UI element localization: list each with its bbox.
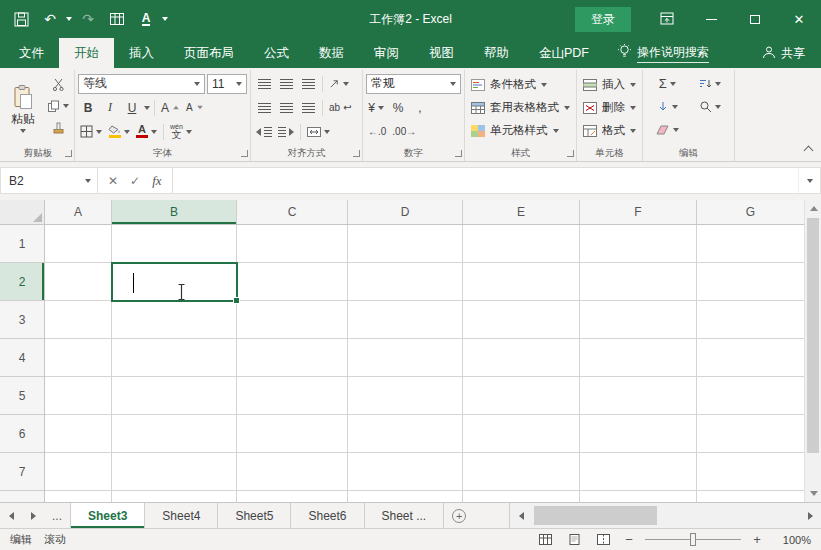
hidden-sheets-indicator[interactable]: ... <box>44 503 70 528</box>
accounting-format-button[interactable]: ¥ <box>366 97 386 118</box>
horizontal-scroll-thumb[interactable] <box>534 506 657 525</box>
save-icon[interactable] <box>8 6 34 32</box>
font-dialog-launcher-icon[interactable] <box>241 150 248 157</box>
italic-button[interactable]: I <box>100 97 120 118</box>
enter-check-icon[interactable]: ✓ <box>130 174 140 188</box>
scroll-down-icon[interactable] <box>805 485 821 502</box>
expand-formula-bar-icon[interactable] <box>798 168 820 193</box>
align-middle-button[interactable] <box>276 73 296 94</box>
column-header-A[interactable]: A <box>45 200 112 224</box>
conditional-formatting-button[interactable]: 条件格式 <box>468 73 573 96</box>
format-painter-button[interactable] <box>45 118 71 138</box>
scroll-left-icon[interactable] <box>510 512 532 520</box>
grid-column-D[interactable] <box>348 225 463 502</box>
select-all-corner[interactable] <box>0 200 45 224</box>
align-right-button[interactable] <box>298 97 318 118</box>
undo-icon[interactable]: ↶ <box>37 6 63 32</box>
row-header-5[interactable]: 5 <box>0 377 44 415</box>
column-header-G[interactable]: G <box>697 200 804 224</box>
align-top-button[interactable] <box>254 73 274 94</box>
font-color-button[interactable]: A <box>134 121 159 142</box>
underline-caret-icon[interactable] <box>144 106 150 110</box>
sheet-tab-sheet6[interactable]: Sheet6 <box>291 503 364 528</box>
next-sheet-icon[interactable] <box>22 503 44 528</box>
page-break-view-icon[interactable] <box>593 531 613 549</box>
cancel-icon[interactable]: ✕ <box>108 174 118 188</box>
name-box[interactable]: B2 <box>1 168 97 193</box>
collapse-ribbon-icon[interactable] <box>804 146 814 156</box>
scroll-up-icon[interactable] <box>805 200 821 217</box>
sheet-tab-sheet5[interactable]: Sheet5 <box>218 503 291 528</box>
paste-button[interactable]: 粘贴 <box>5 72 41 145</box>
phonetic-guide-button[interactable]: wén 文 <box>168 121 194 142</box>
ribbon-display-options-icon[interactable] <box>645 0 689 38</box>
page-layout-view-icon[interactable] <box>564 531 584 549</box>
redo-icon[interactable]: ↷ <box>75 6 101 32</box>
bold-button[interactable]: B <box>78 97 98 118</box>
comma-style-button[interactable]: , <box>410 97 430 118</box>
selected-cell-B2[interactable] <box>111 262 238 302</box>
ribbon-tab-jinshan-pdf[interactable]: 金山PDF <box>524 38 604 68</box>
alignment-dialog-launcher-icon[interactable] <box>353 150 360 157</box>
new-sheet-button[interactable]: + <box>444 503 474 528</box>
column-header-B[interactable]: B <box>112 200 237 224</box>
underline-a-icon[interactable]: A <box>133 6 159 32</box>
name-box-caret-icon[interactable] <box>85 179 97 183</box>
table-icon[interactable] <box>104 6 130 32</box>
find-select-button[interactable] <box>689 96 732 117</box>
row-header-4[interactable]: 4 <box>0 339 44 377</box>
ribbon-tab-page-layout[interactable]: 页面布局 <box>169 38 249 68</box>
vertical-scroll-thumb[interactable] <box>807 218 819 453</box>
ribbon-tab-review[interactable]: 审阅 <box>359 38 414 68</box>
zoom-slider-thumb[interactable] <box>690 533 696 546</box>
sheet-tab-sheet4[interactable]: Sheet4 <box>145 503 218 528</box>
formula-input[interactable] <box>172 168 798 193</box>
horizontal-scrollbar[interactable] <box>509 503 821 528</box>
ribbon-tab-home[interactable]: 开始 <box>59 38 114 68</box>
insert-cells-button[interactable]: 插入 <box>580 73 639 96</box>
row-header-7[interactable]: 7 <box>0 453 44 491</box>
delete-cells-button[interactable]: 删除 <box>580 96 639 119</box>
align-bottom-button[interactable] <box>298 73 318 94</box>
font-size-combo[interactable]: 11 <box>207 74 247 94</box>
row-header-6[interactable]: 6 <box>0 415 44 453</box>
ribbon-tab-data[interactable]: 数据 <box>304 38 359 68</box>
styles-dialog-launcher-icon[interactable] <box>567 150 574 157</box>
sign-in-button[interactable]: 登录 <box>575 7 631 32</box>
zoom-slider[interactable] <box>645 539 741 540</box>
fill-color-button[interactable] <box>106 121 132 142</box>
clear-button[interactable] <box>646 119 689 140</box>
grid-column-F[interactable] <box>580 225 697 502</box>
column-header-D[interactable]: D <box>348 200 463 224</box>
normal-view-icon[interactable] <box>535 531 555 549</box>
copy-button[interactable] <box>45 96 71 116</box>
ribbon-tab-view[interactable]: 视图 <box>414 38 469 68</box>
increase-font-size-button[interactable]: A <box>159 97 182 118</box>
maximize-button[interactable] <box>733 0 777 38</box>
merge-center-button[interactable] <box>305 121 332 142</box>
increase-decimal-button[interactable]: ←.0 <box>366 121 388 142</box>
row-header-2[interactable]: 2 <box>0 263 44 301</box>
row-header-1[interactable]: 1 <box>0 225 44 263</box>
decrease-font-size-button[interactable]: A <box>184 97 206 118</box>
horizontal-scroll-track[interactable] <box>532 503 799 528</box>
orientation-button[interactable] <box>327 73 351 94</box>
borders-button[interactable] <box>78 121 104 142</box>
insert-function-icon[interactable]: fx <box>152 173 161 189</box>
close-button[interactable]: ✕ <box>777 0 821 38</box>
grid-column-E[interactable] <box>463 225 580 502</box>
number-format-combo[interactable]: 常规 <box>366 74 461 94</box>
autosum-button[interactable]: Σ <box>646 73 689 94</box>
wrap-text-button[interactable]: ab↩ <box>327 97 354 118</box>
row-header-3[interactable]: 3 <box>0 301 44 339</box>
zoom-in-icon[interactable]: + <box>750 532 764 547</box>
align-left-button[interactable] <box>254 97 274 118</box>
grid-column-G[interactable] <box>697 225 804 502</box>
format-as-table-button[interactable]: 套用表格格式 <box>468 96 573 119</box>
minimize-button[interactable] <box>689 0 733 38</box>
ribbon-tab-file[interactable]: 文件 <box>4 38 59 68</box>
sheet-tab-sheet3[interactable]: Sheet3 <box>70 503 145 528</box>
font-name-combo[interactable]: 等线 <box>78 74 205 94</box>
fill-button[interactable] <box>646 96 689 117</box>
decrease-decimal-button[interactable]: .00→ <box>390 121 418 142</box>
